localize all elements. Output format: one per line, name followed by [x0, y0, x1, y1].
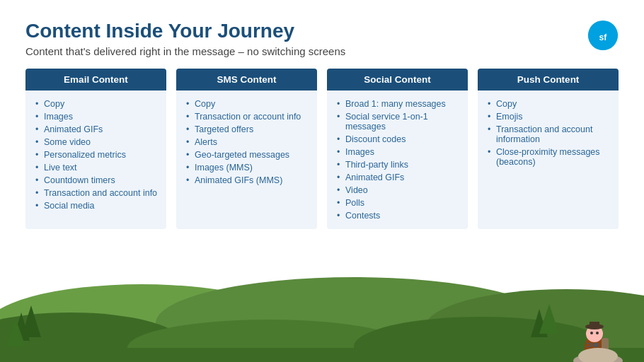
svg-rect-18	[590, 322, 599, 328]
column-header-social: Social Content	[327, 69, 468, 90]
list-item: Discount codes	[337, 133, 461, 146]
slide-container: sf Content Inside Your Journey Content t…	[0, 0, 644, 362]
list-item: Images	[337, 146, 461, 158]
columns-container: Email ContentCopyImagesAnimated GIFsSome…	[25, 69, 619, 229]
header-section: Content Inside Your Journey Content that…	[25, 20, 619, 57]
column-body-push: CopyEmojisTransaction and account inform…	[478, 90, 619, 175]
column-header-sms: SMS Content	[176, 69, 317, 90]
column-list-push: CopyEmojisTransaction and account inform…	[488, 98, 611, 168]
list-item: Animated GIFs (MMS)	[186, 174, 310, 187]
list-item: Transaction and account info	[35, 187, 159, 199]
list-item: Polls	[337, 197, 461, 209]
list-item: Images (MMS)	[186, 161, 310, 174]
column-body-social: Broad 1: many messagesSocial service 1-o…	[327, 90, 468, 229]
column-body-email: CopyImagesAnimated GIFsSome videoPersona…	[25, 90, 166, 219]
page-title: Content Inside Your Journey	[25, 20, 619, 42]
column-header-email: Email Content	[25, 69, 166, 90]
list-item: Social service 1-on-1 messages	[337, 110, 461, 133]
column-list-social: Broad 1: many messagesSocial service 1-o…	[337, 98, 461, 222]
list-item: Geo-targeted messages	[186, 148, 310, 161]
svg-rect-20	[593, 343, 599, 347]
list-item: Copy	[186, 98, 310, 110]
scenery-background	[0, 270, 644, 362]
column-list-email: CopyImagesAnimated GIFsSome videoPersona…	[35, 98, 159, 212]
list-item: Alerts	[186, 136, 310, 148]
list-item: Countdown timers	[35, 174, 159, 187]
svg-rect-9	[0, 348, 644, 362]
page-subtitle: Content that's delivered right in the me…	[25, 45, 619, 57]
list-item: Transaction and account information	[488, 123, 611, 146]
list-item: Copy	[488, 98, 611, 110]
list-item: Animated GIFs	[337, 171, 461, 184]
list-item: Emojis	[488, 110, 611, 123]
list-item: Copy	[35, 98, 159, 110]
column-social: Social ContentBroad 1: many messagesSoci…	[327, 69, 468, 229]
list-item: Video	[337, 184, 461, 197]
list-item: Social media	[35, 199, 159, 212]
column-sms: SMS ContentCopyTransaction or account in…	[176, 69, 317, 229]
column-push: Push ContentCopyEmojisTransaction and ac…	[478, 69, 619, 229]
column-header-push: Push Content	[478, 69, 619, 90]
list-item: Some video	[35, 136, 159, 148]
list-item: Images	[35, 110, 159, 123]
list-item: Personalized metrics	[35, 148, 159, 161]
column-list-sms: CopyTransaction or account infoTargeted …	[186, 98, 310, 187]
svg-point-24	[596, 332, 599, 334]
list-item: Transaction or account info	[186, 110, 310, 123]
list-item: Close-proximity messages (beacons)	[488, 146, 611, 168]
list-item: Targeted offers	[186, 123, 310, 136]
list-item: Animated GIFs	[35, 123, 159, 136]
list-item: Contests	[337, 209, 461, 222]
column-body-sms: CopyTransaction or account infoTargeted …	[176, 90, 317, 194]
list-item: Live text	[35, 161, 159, 174]
svg-point-23	[590, 332, 593, 334]
list-item: Broad 1: many messages	[337, 98, 461, 110]
list-item: Third-party links	[337, 158, 461, 171]
column-email: Email ContentCopyImagesAnimated GIFsSome…	[25, 69, 166, 229]
